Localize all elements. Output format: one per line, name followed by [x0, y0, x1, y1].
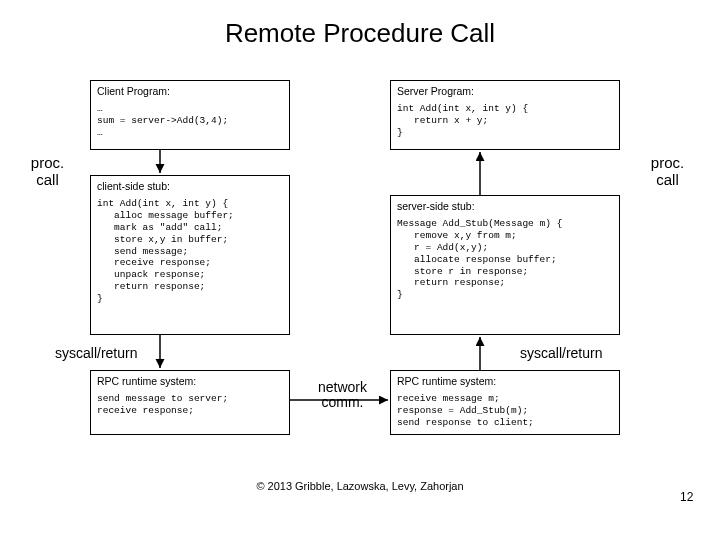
client-stub-box: client-side stub: int Add(int x, int y) …	[90, 175, 290, 335]
server-stub-code: Message Add_Stub(Message m) { remove x,y…	[397, 218, 613, 301]
server-title: Server Program:	[397, 85, 613, 97]
client-title: Client Program:	[97, 85, 283, 97]
server-runtime-box: RPC runtime system: receive message m; r…	[390, 370, 620, 435]
client-program-box: Client Program: … sum = server->Add(3,4)…	[90, 80, 290, 150]
proc-call-right-label: proc. call	[640, 155, 695, 188]
server-code: int Add(int x, int y) { return x + y; }	[397, 103, 613, 139]
server-program-box: Server Program: int Add(int x, int y) { …	[390, 80, 620, 150]
client-runtime-code: send message to server; receive response…	[97, 393, 283, 417]
server-stub-box: server-side stub: Message Add_Stub(Messa…	[390, 195, 620, 335]
server-runtime-title: RPC runtime system:	[397, 375, 613, 387]
server-stub-title: server-side stub:	[397, 200, 613, 212]
network-label: network comm.	[310, 380, 375, 411]
syscall-right-label: syscall/return	[520, 345, 602, 361]
proc-call-left-label: proc. call	[20, 155, 75, 188]
client-runtime-title: RPC runtime system:	[97, 375, 283, 387]
page-number: 12	[680, 490, 693, 504]
server-runtime-code: receive message m; response = Add_Stub(m…	[397, 393, 613, 429]
client-code: … sum = server->Add(3,4); …	[97, 103, 283, 139]
copyright: © 2013 Gribble, Lazowska, Levy, Zahorjan	[0, 480, 720, 492]
client-stub-title: client-side stub:	[97, 180, 283, 192]
syscall-left-label: syscall/return	[55, 345, 137, 361]
client-stub-code: int Add(int x, int y) { alloc message bu…	[97, 198, 283, 305]
page-title: Remote Procedure Call	[0, 18, 720, 49]
client-runtime-box: RPC runtime system: send message to serv…	[90, 370, 290, 435]
